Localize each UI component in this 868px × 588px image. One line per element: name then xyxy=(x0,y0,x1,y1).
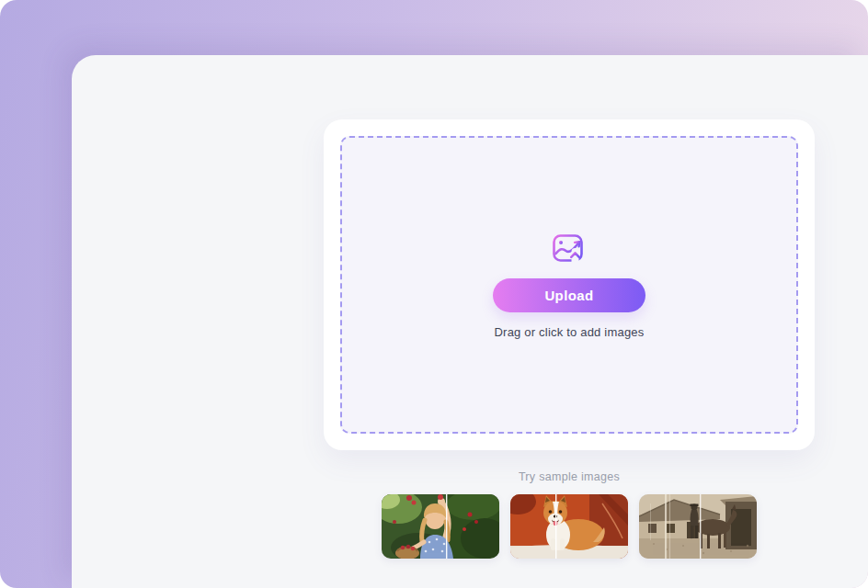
upload-hint: Drag or click to add images xyxy=(495,325,645,339)
sample-image-vintage-horse[interactable] xyxy=(639,494,757,559)
upload-dropzone[interactable]: Upload Drag or click to add images xyxy=(340,136,798,434)
upload-card: Upload Drag or click to add images xyxy=(324,119,815,450)
vintage-horse-illustration xyxy=(639,494,757,559)
upload-button[interactable]: Upload xyxy=(493,278,645,312)
sample-image-girl-cherries[interactable] xyxy=(382,494,499,559)
content-panel: Upload Drag or click to add images Try s… xyxy=(72,55,868,588)
screenshot-stage: Upload Drag or click to add images Try s… xyxy=(0,0,868,588)
girl-cherries-illustration xyxy=(382,494,499,559)
app-window: Upload Drag or click to add images Try s… xyxy=(0,0,868,588)
corgi-illustration xyxy=(510,494,628,559)
sample-images-section: Try sample images xyxy=(324,470,815,559)
sample-image-corgi[interactable] xyxy=(510,494,628,559)
image-upload-icon xyxy=(551,231,588,266)
sample-images-title: Try sample images xyxy=(324,470,815,483)
sample-thumbnails-row xyxy=(324,494,815,559)
